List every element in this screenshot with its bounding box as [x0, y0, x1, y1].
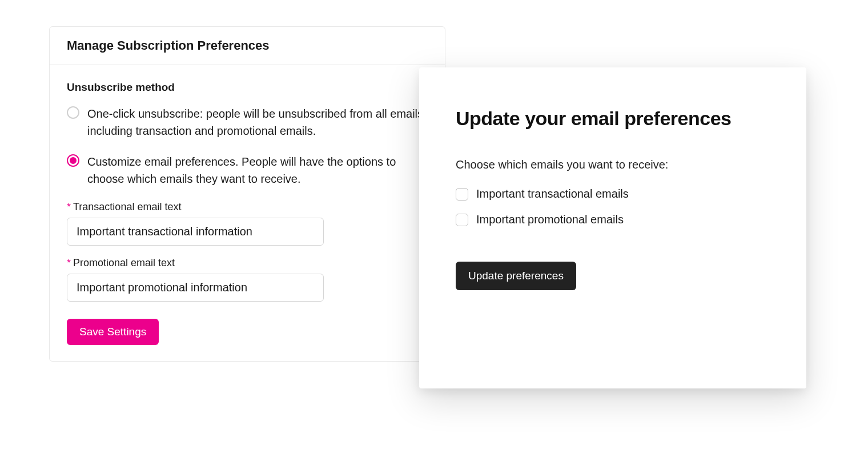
preview-subtitle: Choose which emails you want to receive:	[456, 158, 770, 171]
unsubscribe-method-label: Unsubscribe method	[67, 81, 428, 94]
radio-one-click-unsubscribe[interactable]: One-click unsubscribe: people will be un…	[67, 105, 428, 139]
checkbox-label: Important promotional emails	[476, 213, 624, 226]
required-asterisk-icon: *	[67, 201, 71, 213]
settings-header: Manage Subscription Preferences	[50, 27, 445, 65]
checkbox-promotional-emails[interactable]: Important promotional emails	[456, 213, 770, 226]
radio-customize-preferences[interactable]: Customize email preferences. People will…	[67, 153, 428, 187]
checkbox-transactional-emails[interactable]: Important transactional emails	[456, 187, 770, 201]
radio-label: One-click unsubscribe: people will be un…	[87, 105, 428, 139]
email-preferences-preview-card: Update your email preferences Choose whi…	[419, 67, 806, 388]
field-label: *Promotional email text	[67, 257, 428, 269]
radio-icon	[67, 106, 79, 119]
promotional-email-input[interactable]	[67, 274, 324, 302]
settings-title: Manage Subscription Preferences	[67, 38, 428, 53]
settings-body: Unsubscribe method One-click unsubscribe…	[50, 65, 445, 361]
transactional-email-field-group: *Transactional email text	[67, 201, 428, 246]
required-asterisk-icon: *	[67, 257, 71, 268]
update-preferences-button[interactable]: Update preferences	[456, 262, 576, 290]
checkbox-label: Important transactional emails	[476, 187, 629, 201]
promotional-email-field-group: *Promotional email text	[67, 257, 428, 302]
radio-icon	[67, 154, 79, 167]
preview-title: Update your email preferences	[456, 107, 770, 130]
save-settings-button[interactable]: Save Settings	[67, 319, 159, 345]
transactional-email-input[interactable]	[67, 218, 324, 246]
checkbox-icon	[456, 214, 468, 226]
field-label: *Transactional email text	[67, 201, 428, 213]
subscription-settings-panel: Manage Subscription Preferences Unsubscr…	[49, 26, 445, 362]
checkbox-icon	[456, 188, 468, 201]
radio-label: Customize email preferences. People will…	[87, 153, 428, 187]
transactional-email-label-text: Transactional email text	[73, 201, 181, 213]
promotional-email-label-text: Promotional email text	[73, 257, 175, 268]
